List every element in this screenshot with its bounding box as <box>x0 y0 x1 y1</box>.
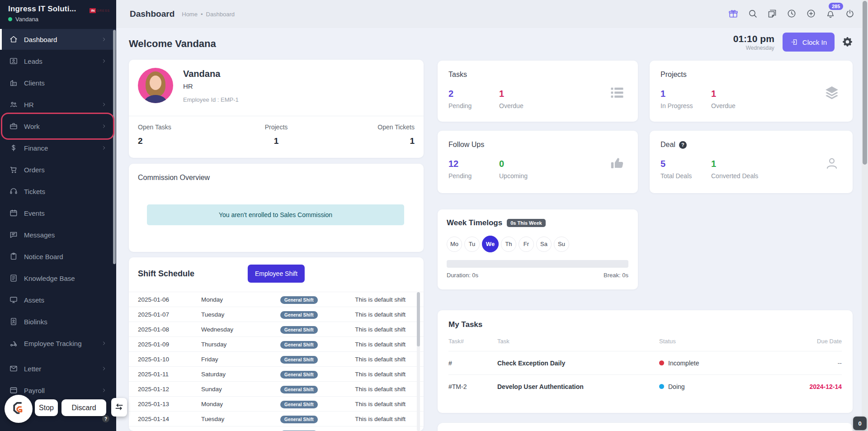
search-button[interactable] <box>747 8 759 20</box>
shift-date: 2025-01-14 <box>138 416 201 422</box>
brand-logo: INGRESS <box>90 8 110 13</box>
corner-count-badge[interactable]: 0 <box>853 417 867 430</box>
power-button[interactable] <box>844 8 856 20</box>
sidebar-item-employee-tracking[interactable]: Employee Tracking <box>0 333 116 354</box>
recorder-logo[interactable] <box>5 395 33 423</box>
sidebar-item-dashboard[interactable]: Dashboard <box>0 29 116 50</box>
sidebar-item-knowledge-base[interactable]: Knowledge Base <box>0 268 116 289</box>
sidebar-item-orders[interactable]: Orders <box>0 159 116 180</box>
shift-badge: General Shift <box>280 386 318 393</box>
shift-badge: General Shift <box>280 401 318 408</box>
sidebar-item-leads[interactable]: Leads <box>0 51 116 71</box>
shift-badge: General Shift <box>280 371 318 379</box>
week-day-chip-we[interactable]: We <box>482 236 499 252</box>
stat-label: Overdue <box>711 102 762 109</box>
plus-button[interactable] <box>806 8 817 20</box>
shift-badge: General Shift <box>280 356 318 364</box>
sidebar-item-label: Assets <box>24 296 44 304</box>
bell-button[interactable]: 285 <box>825 8 837 20</box>
stop-button[interactable]: Stop <box>35 399 58 416</box>
avatar <box>138 68 173 103</box>
profile-name: Vandana <box>183 69 239 79</box>
topbar: Dashboard Home • Dashboard 285 <box>116 0 868 28</box>
search-icon <box>747 8 758 20</box>
sidebar-item-label: Orders <box>24 166 45 174</box>
clock-icon <box>786 8 797 20</box>
employee-shift-button[interactable]: Employee Shift <box>248 265 305 283</box>
status-text: Doing <box>668 383 685 390</box>
sidebar-item-finance[interactable]: Finance <box>0 137 116 158</box>
clock-in-button[interactable]: Clock In <box>783 33 835 52</box>
stat: 1 Converted Deals <box>711 159 762 180</box>
profile-stat-label: Projects <box>230 123 322 131</box>
sidebar-item-notice-board[interactable]: Notice Board <box>0 246 116 267</box>
shift-date: 2025-01-10 <box>138 356 201 363</box>
shift-note: This is default shift <box>335 371 406 378</box>
sidebar-item-label: Employee Tracking <box>24 340 82 347</box>
card-follow-ups: Follow Ups 12 Pending 0 Upcoming <box>438 131 638 193</box>
page-scrollbar-thumb[interactable] <box>863 1 867 165</box>
sidebar-item-label: HR <box>24 101 34 109</box>
sidebar-item-messages[interactable]: Messages <box>0 224 116 245</box>
card-deal: Deal ? 5 Total Deals 1 Converted Deals <box>650 131 853 193</box>
shift-row: 2025-01-11 Saturday General Shift This i… <box>129 366 424 381</box>
week-day-chip-sa[interactable]: Sa <box>536 237 552 252</box>
person-badge-icon <box>9 317 18 326</box>
week-day-chip-th[interactable]: Th <box>501 237 516 252</box>
col-task: Task <box>497 338 659 345</box>
sidebar-item-clients[interactable]: Clients <box>0 72 116 93</box>
id-card-icon <box>9 57 18 66</box>
chevron-right-icon <box>101 101 107 108</box>
profile-card: Vandana HR Employee Id : EMP-1 Open Task… <box>129 60 424 158</box>
breadcrumb-separator: • <box>201 11 203 18</box>
task-name: Check Exception Daily <box>497 360 659 367</box>
shift-row: 2025-01-10 Friday General Shift This is … <box>129 351 424 366</box>
discard-button[interactable]: Discard <box>61 399 106 416</box>
help-bubble[interactable]: ? <box>102 415 109 422</box>
calendar-icon <box>9 208 18 218</box>
profile-stat-open-tasks: Open Tasks 2 <box>138 123 230 158</box>
welcome-actions: 01:10 pm Wednesday Clock In <box>733 33 853 52</box>
swap-button[interactable] <box>111 398 127 417</box>
shift-scrollbar-thumb[interactable] <box>417 292 420 346</box>
week-day-chip-tu[interactable]: Tu <box>464 237 480 252</box>
current-time: 01:10 pm <box>733 33 774 44</box>
sidebar-item-hr[interactable]: HR <box>0 94 116 115</box>
employee-id: Employee Id : EMP-1 <box>183 96 239 103</box>
clock-button[interactable] <box>786 8 798 20</box>
plus-icon <box>806 8 816 20</box>
notes-button[interactable] <box>767 8 778 20</box>
sidebar-item-events[interactable]: Events <box>0 203 116 223</box>
sidebar-item-letter[interactable]: Letter <box>0 358 116 379</box>
headset-icon <box>9 187 18 196</box>
week-day-chip-fr[interactable]: Fr <box>519 237 534 252</box>
sidebar-item-work[interactable]: Work <box>0 116 116 137</box>
breadcrumb-home[interactable]: Home <box>182 11 198 18</box>
week-day-chip-su[interactable]: Su <box>554 237 569 252</box>
sidebar-item-tickets[interactable]: Tickets <box>0 181 116 202</box>
stat: 5 Total Deals <box>660 159 711 180</box>
sidebar-item-label: Payroll <box>24 387 45 394</box>
sidebar-scrollbar[interactable] <box>113 30 116 264</box>
profile-role: HR <box>183 82 239 90</box>
help-icon[interactable]: ? <box>679 141 687 149</box>
sidebar-item-biolinks[interactable]: Biolinks <box>0 311 116 332</box>
chevron-right-icon <box>101 365 107 372</box>
task-row[interactable]: #TM-2 Develop User Authentication Doing … <box>448 374 842 398</box>
task-row[interactable]: # Check Exception Daily Incomplete -- <box>448 351 842 374</box>
stat: 1 Overdue <box>499 89 550 109</box>
dashboard-settings-gear-icon[interactable] <box>843 37 853 47</box>
week-day-chip-mo[interactable]: Mo <box>447 237 462 252</box>
scooter-icon <box>9 339 18 348</box>
gift-button[interactable] <box>728 8 740 20</box>
sidebar-item-label: Events <box>24 209 45 217</box>
shift-day: Thursday <box>201 341 260 348</box>
gift-icon <box>728 8 739 20</box>
status-text: Incomplete <box>668 360 699 367</box>
sidebar-item-assets[interactable]: Assets <box>0 289 116 310</box>
chevron-right-icon <box>101 36 107 43</box>
stat-label: Total Deals <box>660 172 711 180</box>
topbar-actions: 285 <box>728 8 856 20</box>
sidebar-item-label: Clients <box>24 79 45 87</box>
shift-note: This is default shift <box>335 356 406 363</box>
